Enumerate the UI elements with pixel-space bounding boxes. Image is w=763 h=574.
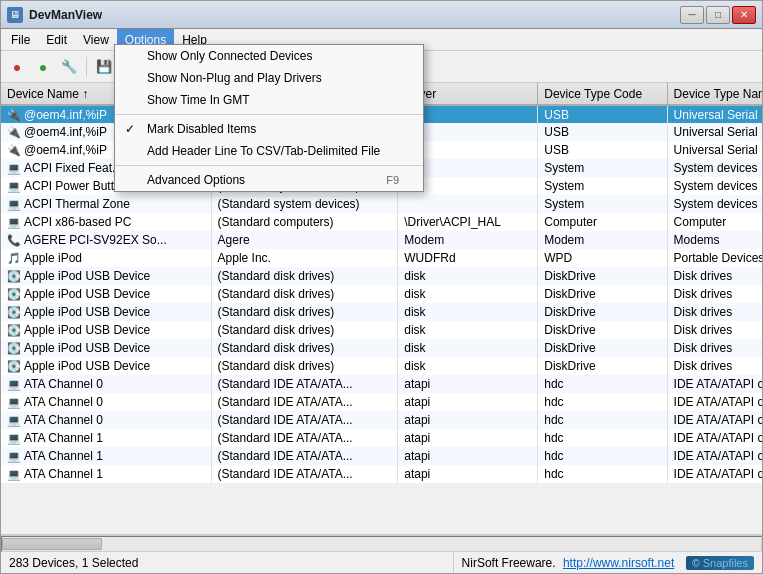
cell-description: (Standard computers) (211, 213, 398, 231)
menu-file[interactable]: File (3, 29, 38, 50)
cell-device-name: 🎵Apple iPod (1, 249, 211, 267)
table-row[interactable]: 💻ACPI x86-based PC (Standard computers) … (1, 213, 762, 231)
table-row[interactable]: 💽Apple iPod USB Device (Standard disk dr… (1, 303, 762, 321)
maximize-button[interactable]: □ (706, 6, 730, 24)
col-device-type-name[interactable]: Device Type Name (667, 83, 762, 105)
table-row[interactable]: 💽Apple iPod USB Device (Standard disk dr… (1, 267, 762, 285)
nirsoft-link[interactable]: http://www.nirsoft.net (563, 556, 674, 570)
cell-device-type-name: Universal Serial Bus cont... (667, 105, 762, 123)
row-icon: 💻 (7, 396, 21, 408)
scroll-track[interactable] (1, 536, 762, 552)
table-row[interactable]: 🎵Apple iPod Apple Inc. WUDFRd WPD Portab… (1, 249, 762, 267)
row-icon: 💻 (7, 468, 21, 480)
table-row[interactable]: 💻ATA Channel 0 (Standard IDE ATA/ATA... … (1, 411, 762, 429)
window-title: DevManView (29, 8, 680, 22)
row-icon: 💻 (7, 378, 21, 390)
row-icon: 💽 (7, 360, 21, 372)
cell-device-name: 💽Apple iPod USB Device (1, 303, 211, 321)
toolbar-red-button[interactable]: ● (5, 55, 29, 79)
table-row[interactable]: 💻ATA Channel 0 (Standard IDE ATA/ATA... … (1, 393, 762, 411)
cell-driver: Modem (398, 231, 538, 249)
cell-device-type: DiskDrive (538, 267, 667, 285)
menu-show-only-connected[interactable]: Show Only Connected Devices (115, 45, 423, 67)
cell-description: Apple Inc. (211, 249, 398, 267)
cell-device-type: USB (538, 123, 667, 141)
table-row[interactable]: 💻ATA Channel 0 (Standard IDE ATA/ATA... … (1, 375, 762, 393)
table-row[interactable]: 💻ATA Channel 1 (Standard IDE ATA/ATA... … (1, 447, 762, 465)
cell-driver: disk (398, 321, 538, 339)
window-controls: ─ □ ✕ (680, 6, 756, 24)
main-window: 🖥 DevManView ─ □ ✕ File Edit View Option… (0, 0, 763, 574)
cell-device-type-name: System devices (667, 159, 762, 177)
cell-device-name: 💽Apple iPod USB Device (1, 285, 211, 303)
cell-description: (Standard disk drives) (211, 321, 398, 339)
cell-description: (Standard disk drives) (211, 285, 398, 303)
table-row[interactable]: 📞AGERE PCI-SV92EX So... Agere Modem Mode… (1, 231, 762, 249)
col-device-type-code[interactable]: Device Type Code (538, 83, 667, 105)
title-bar: 🖥 DevManView ─ □ ✕ (1, 1, 762, 29)
cell-description: (Standard system devices) (211, 195, 398, 213)
cell-device-type-name: Disk drives (667, 321, 762, 339)
table-row[interactable]: 💽Apple iPod USB Device (Standard disk dr… (1, 321, 762, 339)
menu-advanced-options[interactable]: Advanced Options F9 (115, 169, 423, 191)
menu-show-time-gmt[interactable]: Show Time In GMT (115, 89, 423, 111)
table-row[interactable]: 💻ACPI Thermal Zone (Standard system devi… (1, 195, 762, 213)
cell-device-name: 💽Apple iPod USB Device (1, 267, 211, 285)
scroll-thumb[interactable] (2, 538, 102, 550)
cell-description: (Standard IDE ATA/ATA... (211, 465, 398, 483)
cell-device-name: 💻ATA Channel 1 (1, 465, 211, 483)
cell-device-type-name: IDE ATA/ATAPI controll... (667, 393, 762, 411)
cell-driver: disk (398, 357, 538, 375)
cell-device-type: hdc (538, 447, 667, 465)
cell-device-type-name: IDE ATA/ATAPI controll... (667, 429, 762, 447)
cell-device-name: 💻ATA Channel 1 (1, 447, 211, 465)
menu-separator-1 (115, 114, 423, 115)
snapfiles-label: Snapfiles (703, 557, 748, 569)
minimize-button[interactable]: ─ (680, 6, 704, 24)
row-icon: 🔌 (7, 109, 21, 121)
menu-edit[interactable]: Edit (38, 29, 75, 50)
row-icon: 🎵 (7, 252, 21, 264)
cell-device-type-name: Disk drives (667, 357, 762, 375)
table-row[interactable]: 💻ATA Channel 1 (Standard IDE ATA/ATA... … (1, 465, 762, 483)
cell-driver: atapi (398, 411, 538, 429)
cell-description: (Standard disk drives) (211, 267, 398, 285)
menu-mark-disabled[interactable]: Mark Disabled Items (115, 118, 423, 140)
cell-device-type-name: IDE ATA/ATAPI controll... (667, 411, 762, 429)
cell-driver: disk (398, 267, 538, 285)
table-row[interactable]: 💽Apple iPod USB Device (Standard disk dr… (1, 357, 762, 375)
menu-view[interactable]: View (75, 29, 117, 50)
row-icon: 📞 (7, 234, 21, 246)
cell-description: Agere (211, 231, 398, 249)
table-row[interactable]: 💽Apple iPod USB Device (Standard disk dr… (1, 285, 762, 303)
menu-separator-2 (115, 165, 423, 166)
cell-device-type: hdc (538, 411, 667, 429)
close-button[interactable]: ✕ (732, 6, 756, 24)
toolbar-save-button[interactable]: 💾 (92, 55, 116, 79)
table-row[interactable]: 💻ATA Channel 1 (Standard IDE ATA/ATA... … (1, 429, 762, 447)
cell-device-name: 💽Apple iPod USB Device (1, 339, 211, 357)
status-device-count: 283 Devices, 1 Selected (1, 552, 454, 573)
status-bar: 283 Devices, 1 Selected NirSoft Freeware… (1, 551, 762, 573)
toolbar-wrench-button[interactable]: 🔧 (57, 55, 81, 79)
cell-device-type-name: Disk drives (667, 267, 762, 285)
nirsoft-text: NirSoft Freeware. (462, 556, 559, 570)
table-row[interactable]: 💽Apple iPod USB Device (Standard disk dr… (1, 339, 762, 357)
cell-device-type-name: Universal Serial Bus cont... (667, 123, 762, 141)
cell-description: (Standard IDE ATA/ATA... (211, 447, 398, 465)
cell-driver: \Driver\ACPI_HAL (398, 213, 538, 231)
status-right: NirSoft Freeware. http://www.nirsoft.net… (454, 556, 762, 570)
menu-add-header[interactable]: Add Header Line To CSV/Tab-Delimited Fil… (115, 140, 423, 162)
cell-device-type-name: System devices (667, 177, 762, 195)
cell-device-name: 📞AGERE PCI-SV92EX So... (1, 231, 211, 249)
cell-device-name: 💽Apple iPod USB Device (1, 321, 211, 339)
row-icon: 🔌 (7, 126, 21, 138)
cell-device-type: hdc (538, 393, 667, 411)
toolbar-green-button[interactable]: ● (31, 55, 55, 79)
cell-device-type-name: System devices (667, 195, 762, 213)
menu-show-non-plug[interactable]: Show Non-Plug and Play Drivers (115, 67, 423, 89)
horizontal-scrollbar[interactable] (1, 535, 762, 551)
cell-driver (398, 195, 538, 213)
cell-description: (Standard disk drives) (211, 357, 398, 375)
cell-driver: atapi (398, 375, 538, 393)
